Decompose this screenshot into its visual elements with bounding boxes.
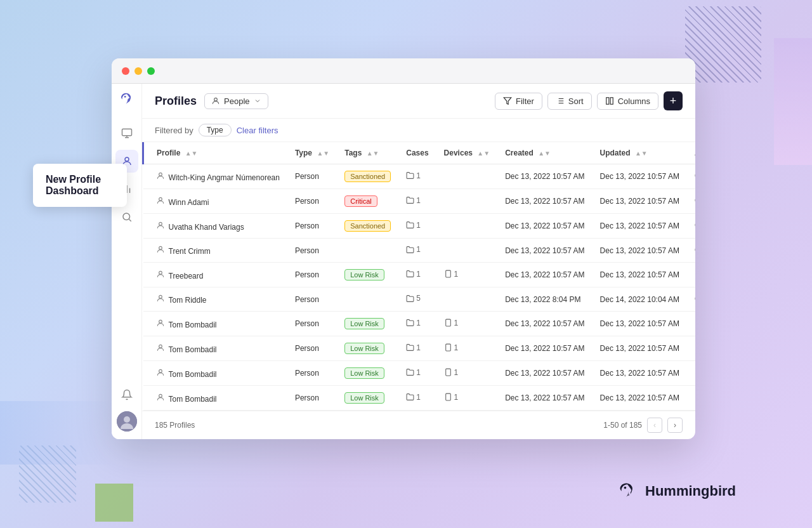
cell-tags: Low Risk bbox=[337, 312, 398, 336]
cell-created: Dec 13, 2022 8:04 PM bbox=[497, 287, 592, 312]
columns-button[interactable]: Columns bbox=[597, 93, 658, 110]
pagination: 1-50 of 185 ‹ › bbox=[603, 418, 683, 433]
case-icon: 1 bbox=[406, 171, 421, 180]
cell-tags: Low Risk bbox=[337, 336, 398, 361]
cell-updated: Dec 13, 2022 10:57 AM bbox=[593, 263, 687, 287]
tag-badge: Sanctioned bbox=[344, 171, 391, 182]
person-icon bbox=[156, 245, 165, 256]
table-row[interactable]: Witch-King Angmar NúmenoreanPersonSancti… bbox=[143, 164, 696, 189]
cell-created: Dec 13, 2022 10:57 AM bbox=[497, 164, 592, 189]
columns-icon bbox=[605, 96, 614, 105]
device-icon: 1 bbox=[444, 319, 459, 327]
people-filter-chip[interactable]: People bbox=[204, 93, 268, 109]
filter-button[interactable]: Filter bbox=[495, 93, 542, 110]
bg-decoration-4 bbox=[0, 401, 114, 465]
search-nav-icon bbox=[121, 211, 133, 223]
cell-cases: 1 bbox=[398, 239, 436, 263]
tag-badge: Sanctioned bbox=[344, 220, 391, 232]
sort-indicator-profile: ▲▼ bbox=[185, 150, 198, 157]
th-tags[interactable]: Tags ▲▼ bbox=[337, 142, 398, 164]
cell-created: Dec 13, 2022 10:57 AM bbox=[497, 336, 592, 361]
svg-rect-48 bbox=[445, 369, 450, 376]
close-button-dot[interactable] bbox=[122, 67, 129, 75]
cell-type: Person bbox=[287, 263, 337, 287]
table-row[interactable]: Tom BombadilPersonLow Risk 1 1 Dec 13, 2… bbox=[143, 361, 696, 386]
cell-devices bbox=[436, 164, 498, 189]
case-icon: 1 bbox=[406, 245, 421, 254]
person-icon bbox=[156, 294, 165, 305]
th-cases[interactable]: Cases bbox=[398, 142, 436, 164]
minimize-button-dot[interactable] bbox=[134, 67, 142, 75]
cell-updated: Dec 13, 2022 10:57 AM bbox=[593, 239, 687, 263]
cell-accounts: 2 bbox=[687, 287, 695, 312]
prev-page-button[interactable]: ‹ bbox=[647, 418, 662, 433]
content-area: Profiles People bbox=[112, 84, 695, 439]
th-profile[interactable]: Profile ▲▼ bbox=[143, 142, 287, 164]
account-icon: 1 bbox=[695, 171, 695, 180]
type-filter-chip[interactable]: Type bbox=[199, 124, 232, 136]
hummingbird-logo: Hummingbird bbox=[616, 480, 736, 503]
cell-profile: Tom Riddle bbox=[143, 287, 287, 312]
sort-button[interactable]: Sort bbox=[547, 93, 592, 110]
table-row[interactable]: TreebeardPersonLow Risk 1 1 Dec 13, 2022… bbox=[143, 263, 696, 287]
account-icon: 1 bbox=[695, 196, 695, 205]
header-left: Profiles People bbox=[155, 93, 268, 109]
sidebar-logo-icon bbox=[118, 91, 136, 109]
user-avatar[interactable] bbox=[117, 411, 137, 432]
svg-point-0 bbox=[624, 487, 627, 489]
case-icon: 1 bbox=[406, 368, 421, 377]
table-row[interactable]: Tom BombadilPersonLow Risk 1 1 Dec 13, 2… bbox=[143, 312, 696, 336]
case-icon: 1 bbox=[406, 343, 421, 352]
cell-tags: Sanctioned bbox=[337, 164, 398, 189]
sidebar-logo bbox=[118, 91, 136, 112]
person-icon bbox=[156, 221, 165, 232]
cell-profile: Trent Crimm bbox=[143, 239, 287, 263]
sort-icon bbox=[556, 96, 565, 105]
person-icon bbox=[156, 196, 165, 207]
cell-created: Dec 13, 2022 10:57 AM bbox=[497, 239, 592, 263]
th-updated[interactable]: Updated ▲▼ bbox=[593, 142, 687, 164]
sidebar-item-search[interactable] bbox=[115, 206, 138, 228]
cell-devices bbox=[436, 239, 498, 263]
maximize-button-dot[interactable] bbox=[147, 67, 155, 75]
svg-point-41 bbox=[159, 320, 162, 323]
case-icon: 5 bbox=[406, 294, 421, 303]
table-body: Witch-King Angmar NúmenoreanPersonSancti… bbox=[143, 164, 696, 411]
th-devices[interactable]: Devices ▲▼ bbox=[436, 142, 498, 164]
table-row[interactable]: Tom BombadilPersonLow Risk 1 1 Dec 13, 2… bbox=[143, 386, 696, 411]
sort-indicator-tags: ▲▼ bbox=[367, 150, 379, 157]
svg-point-26 bbox=[159, 197, 162, 201]
th-accounts[interactable]: Accounts ▲▼ bbox=[687, 142, 695, 164]
cell-profile: Witch-King Angmar Númenorean bbox=[143, 164, 287, 189]
header: Profiles People bbox=[142, 84, 695, 119]
cell-profile: Treebeard bbox=[143, 263, 287, 287]
table-row[interactable]: Winn AdamiPersonCritical 1 Dec 13, 2022 … bbox=[143, 189, 696, 214]
table-row[interactable]: Tom RiddlePerson 5 Dec 13, 2022 8:04 PMD… bbox=[143, 287, 696, 312]
table-row[interactable]: Uvatha Khand VariagsPersonSanctioned 1 D… bbox=[143, 214, 696, 239]
person-icon bbox=[156, 171, 165, 182]
account-icon: 1 bbox=[695, 221, 695, 230]
th-type[interactable]: Type ▲▼ bbox=[287, 142, 337, 164]
device-icon: 1 bbox=[444, 343, 459, 352]
main-panel: Profiles People bbox=[142, 84, 695, 439]
svg-point-5 bbox=[125, 157, 129, 161]
person-icon bbox=[156, 319, 165, 329]
table-row[interactable]: Trent CrimmPerson 1 Dec 13, 2022 10:57 A… bbox=[143, 239, 696, 263]
th-created[interactable]: Created ▲▼ bbox=[497, 142, 592, 164]
next-page-button[interactable]: › bbox=[667, 418, 683, 433]
cell-accounts bbox=[687, 312, 695, 336]
tag-badge: Low Risk bbox=[344, 318, 384, 329]
notifications-icon[interactable] bbox=[115, 383, 138, 406]
cell-cases: 1 bbox=[398, 336, 436, 361]
cell-accounts: 1 bbox=[687, 214, 695, 239]
filtered-by-label: Filtered by bbox=[155, 126, 193, 135]
cell-type: Person bbox=[287, 361, 337, 386]
svg-point-29 bbox=[159, 222, 162, 225]
avatar-image bbox=[117, 411, 137, 432]
sidebar-item-monitor[interactable] bbox=[115, 122, 138, 145]
cell-type: Person bbox=[287, 239, 337, 263]
clear-filters-link[interactable]: Clear filters bbox=[237, 126, 278, 135]
table-row[interactable]: Tom BombadilPersonLow Risk 1 1 Dec 13, 2… bbox=[143, 336, 696, 361]
add-button[interactable]: + bbox=[664, 91, 683, 110]
filter-button-label: Filter bbox=[516, 96, 534, 106]
